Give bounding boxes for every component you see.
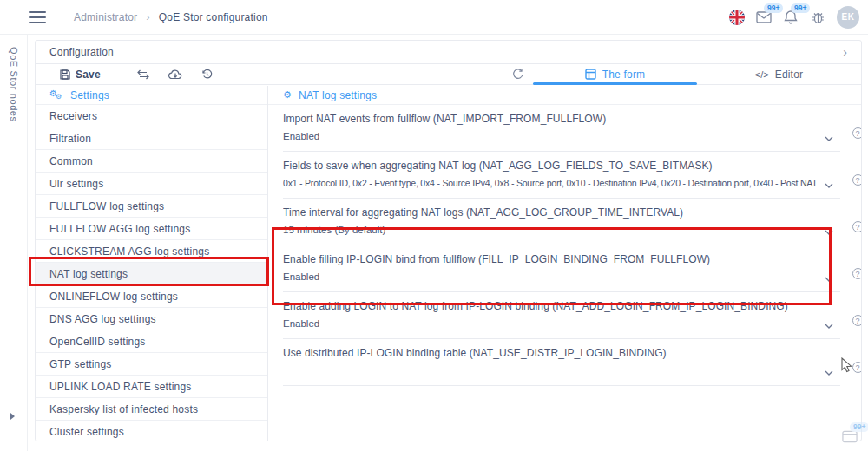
mouse-cursor	[841, 357, 852, 376]
form-icon	[585, 69, 596, 80]
save-button-label: Save	[76, 69, 101, 81]
collapse-chevron-icon[interactable]: ›	[843, 45, 847, 59]
field-nat-import-from-fullflow[interactable]: Import NAT events from fullflow (NAT_IMP…	[283, 105, 840, 152]
floating-count-badge: 99+	[850, 422, 868, 432]
help-icon[interactable]: ?	[852, 315, 861, 326]
nav-item-onlineflow-log-settings[interactable]: ONLINEFLOW log settings	[36, 285, 267, 308]
field-select-value[interactable]: Enabled	[283, 271, 840, 284]
field-label: Use distributed IP-LOGIN binding table (…	[283, 347, 840, 359]
settings-nav-header: ⚙⚙ Settings	[36, 86, 267, 105]
form-header: ⚙ NAT log settings	[268, 86, 861, 105]
configuration-card: Configuration › Save	[35, 40, 862, 441]
mail-count-badge: 99+	[764, 3, 783, 13]
field-fill-ip-login-binding-from-fullflow[interactable]: Enable filling IP-LOGIN bind from fullfl…	[283, 245, 840, 292]
field-label: Time interval for aggregating NAT logs (…	[283, 206, 840, 219]
compare-swap-icon[interactable]	[137, 69, 149, 80]
save-floppy-icon	[60, 69, 70, 80]
user-avatar[interactable]: EK	[837, 6, 859, 29]
refresh-icon[interactable]	[512, 69, 523, 80]
configuration-header: Configuration ›	[36, 41, 861, 64]
nav-item-opencellid-settings[interactable]: OpenCellID settings	[36, 330, 267, 353]
field-nat-add-login-from-ip-login-binding[interactable]: Enable adding LOGIN to NAT log from IP-L…	[283, 292, 840, 339]
card-body: ⚙⚙ Settings Receivers Filtration Common …	[36, 86, 861, 441]
settings-nav: ⚙⚙ Settings Receivers Filtration Common …	[36, 86, 268, 441]
breadcrumb: Administrator › QoE Stor configuration	[74, 10, 268, 23]
history-restore-icon[interactable]	[201, 69, 213, 80]
breadcrumb-separator-icon: ›	[146, 10, 150, 23]
field-select-value[interactable]	[283, 365, 840, 377]
nav-item-fullflow-agg-log-settings[interactable]: FULLFLOW AGG log settings	[36, 218, 267, 240]
nav-item-uplink-load-rate-settings[interactable]: UPLINK LOAD RATE settings	[36, 376, 267, 398]
help-icon[interactable]: ?	[852, 221, 861, 232]
nav-item-ulr-settings[interactable]: Ulr settings	[36, 173, 267, 195]
field-label: Enable adding LOGIN to NAT log from IP-L…	[283, 300, 840, 312]
field-select-value[interactable]: 0x1 - Protocol ID, 0x2 - Event type, 0x4…	[283, 178, 840, 190]
nav-item-receivers[interactable]: Receivers	[36, 105, 267, 127]
nav-item-common[interactable]: Common	[36, 150, 267, 173]
nav-item-cluster-settings[interactable]: Cluster settings	[36, 421, 267, 441]
floating-notifications-button[interactable]: 99+	[842, 428, 858, 444]
help-icon[interactable]: ?	[852, 127, 861, 139]
help-icon[interactable]: ?	[852, 362, 861, 373]
mail-icon[interactable]: 99+	[756, 10, 772, 25]
nav-item-filtration[interactable]: Filtration	[36, 127, 267, 150]
breadcrumb-administrator[interactable]: Administrator	[74, 11, 137, 23]
field-select-value[interactable]: Enabled	[283, 131, 840, 143]
view-tabs: The form </> Editor	[533, 64, 861, 84]
field-nat-agg-log-group-time-interval[interactable]: Time interval for aggregating NAT logs (…	[283, 199, 840, 245]
top-bar: Administrator › QoE Stor configuration	[0, 0, 868, 35]
chevron-down-icon[interactable]	[825, 136, 833, 141]
nat-log-settings-form: ⚙ NAT log settings Import NAT events fro…	[268, 86, 861, 441]
nav-item-gtp-settings[interactable]: GTP settings	[36, 353, 267, 376]
window-icon: 99+	[842, 428, 858, 444]
bug-report-icon[interactable]	[810, 10, 825, 25]
save-button[interactable]: Save	[60, 69, 101, 81]
topbar-actions: 99+ 99+ EK	[729, 6, 868, 29]
nav-item-fullflow-log-settings[interactable]: FULLFLOW log settings	[36, 195, 267, 218]
settings-nav-title: Settings	[70, 89, 109, 101]
chevron-down-icon[interactable]	[825, 230, 833, 235]
chevron-down-icon[interactable]	[825, 183, 833, 188]
field-nat-use-distr-ip-login-binding[interactable]: Use distributed IP-LOGIN binding table (…	[283, 339, 840, 386]
notifications-count-badge: 99+	[791, 3, 810, 13]
menu-hamburger-icon[interactable]	[29, 11, 46, 23]
tab-editor[interactable]: </> Editor	[697, 64, 861, 84]
left-rail: QoE Stor nodes	[0, 35, 28, 451]
nav-item-nat-log-settings[interactable]: NAT log settings	[36, 263, 267, 285]
code-icon: </>	[755, 69, 769, 80]
field-select-value[interactable]: 15 minutes (By default)	[283, 225, 840, 237]
gears-icon: ⚙⚙	[49, 89, 62, 101]
field-label: Fields to save when aggregating NAT log …	[283, 160, 840, 172]
field-select-value[interactable]: Enabled	[283, 318, 840, 330]
tab-editor-label: Editor	[775, 69, 804, 81]
nav-item-kaspersky-infected-hosts[interactable]: Kaspersky list of infected hosts	[36, 398, 267, 421]
configuration-title: Configuration	[49, 46, 114, 58]
rail-expand-icon[interactable]	[10, 413, 15, 420]
gear-icon: ⚙	[283, 89, 292, 101]
nav-item-clickstream-agg-log-settings[interactable]: CLICKSTREAM AGG log settings	[36, 240, 267, 263]
chevron-down-icon[interactable]	[825, 277, 833, 282]
language-flag-icon[interactable]	[729, 10, 745, 25]
field-label: Enable filling IP-LOGIN bind from fullfl…	[283, 253, 840, 265]
cloud-download-icon[interactable]	[168, 69, 182, 80]
tab-the-form[interactable]: The form	[533, 64, 697, 84]
chevron-down-icon[interactable]	[825, 324, 833, 329]
toolbar: Save	[36, 64, 861, 85]
breadcrumb-current-page: QoE Stor configuration	[159, 11, 268, 23]
chevron-down-icon[interactable]	[825, 370, 833, 376]
help-icon[interactable]: ?	[852, 174, 861, 186]
field-label: Import NAT events from fullflow (NAT_IMP…	[283, 113, 840, 125]
tab-the-form-label: The form	[602, 69, 646, 81]
help-icon[interactable]: ?	[852, 268, 861, 279]
nav-item-dns-agg-log-settings[interactable]: DNS AGG log settings	[36, 308, 267, 330]
notifications-bell-icon[interactable]: 99+	[783, 10, 799, 25]
form-title: NAT log settings	[299, 89, 377, 101]
qoe-stor-nodes-tab[interactable]: QoE Stor nodes	[9, 47, 19, 122]
field-nat-agg-log-fields-to-save-bitmask[interactable]: Fields to save when aggregating NAT log …	[283, 152, 840, 199]
